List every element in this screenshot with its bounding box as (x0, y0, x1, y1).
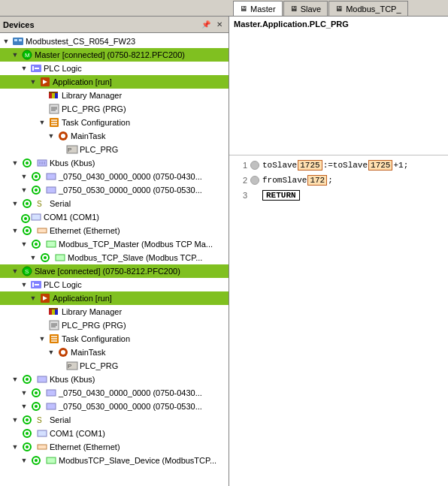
maintask-master[interactable]: ▼ MainTask (0, 129, 229, 143)
kbusitem1-m-toggle[interactable]: ▼ (20, 172, 29, 181)
eth-s-toggle[interactable]: ▼ (11, 442, 20, 451)
app-icon (39, 76, 51, 88)
eth-s-icon (21, 441, 33, 453)
maintask-slave[interactable]: ▼ MainTask (0, 346, 229, 359)
plcprg-m-spacer (38, 104, 47, 113)
maintask-s-toggle[interactable]: ▼ (47, 348, 56, 357)
close-icon[interactable]: ✕ (213, 19, 226, 31)
slave-node[interactable]: ▼ S Slave [connected] (0750-8212.PFC200) (0, 264, 229, 278)
plcprg-master[interactable]: PLC_PRG (PRG) (0, 102, 229, 116)
kbusitem1-s-label: _0750_0430_0000_0000 (0750-0430... (59, 388, 202, 397)
pin-icon[interactable]: 📌 (200, 19, 212, 31)
plclogic-master[interactable]: ▼ PLC Logic (0, 62, 229, 75)
serial-m-icon (21, 198, 33, 210)
modbus-sd-dev-icon (45, 454, 57, 466)
plclogic-s-toggle[interactable]: ▼ (20, 280, 29, 289)
libmgr-master[interactable]: Library Manager (0, 89, 229, 102)
plcprg-slave[interactable]: PLC_PRG (PRG) (0, 318, 229, 332)
taskcfg-master[interactable]: ▼ Task Configuration (0, 116, 229, 129)
tree-container[interactable]: ▼ Modbustest_CS_R054_FW23 ▼ M Master [co… (0, 33, 229, 486)
code-fromslave: fromSlave (262, 176, 307, 185)
kbusitem2-slave[interactable]: ▼ _0750_0530_0000_0000 (0750-0530... (0, 400, 229, 413)
kbusitem2-m-icon (30, 184, 42, 196)
slave-toggle[interactable]: ▼ (11, 267, 20, 276)
kbusitem1-m-icon (30, 171, 42, 183)
com1-m-icon (20, 213, 29, 222)
panel-header: Devices 📌 ✕ (0, 17, 229, 33)
svg-rect-1 (14, 39, 17, 41)
kbus-m-toggle[interactable]: ▼ (11, 158, 20, 168)
svg-rect-7 (35, 68, 39, 69)
plcprg2-slave[interactable]: P PLC_PRG (0, 359, 229, 373)
root-toggle[interactable]: ▼ (2, 37, 11, 46)
code-editor-bottom[interactable]: 1 toSlave1725:=toSlave1725+1; 2 fromSlav… (229, 155, 448, 486)
app-master[interactable]: ▼ Application [run] (0, 75, 229, 89)
modbus-m-toggle[interactable]: ▼ (20, 240, 29, 249)
plcprg2-master[interactable]: P PLC_PRG (0, 143, 229, 156)
libmgr-slave[interactable]: Library Manager (0, 305, 229, 318)
modbus-tcp-master[interactable]: ▼ Modbus_TCP_Master (Modbus TCP Ma... (0, 237, 229, 251)
prg2-icon: P (66, 143, 78, 155)
eth-m-label: Ethernet (Ethernet) (50, 226, 120, 235)
com1-slave[interactable]: COM1 (COM1) (0, 427, 229, 440)
line-num-3: 3 (232, 191, 247, 200)
master-node[interactable]: ▼ M Master [connected] (0750-8212.PFC200… (0, 48, 229, 62)
serial-slave[interactable]: ▼ S Serial (0, 413, 229, 427)
kbusitem2-master[interactable]: ▼ _0750_0530_0000_0000 (0750-0530... (0, 183, 229, 197)
modbus-tcp-slave-item[interactable]: ▼ Modbus_TCP_Slave (Modbus TCP... (0, 251, 229, 264)
eth-m-dev-icon (36, 225, 48, 237)
kbus-s-toggle[interactable]: ▼ (11, 375, 20, 384)
svg-point-23 (61, 134, 65, 138)
plcprg2-m-label: PLC_PRG (80, 145, 118, 154)
kbus-slave[interactable]: ▼ Kbus (Kbus) (0, 373, 229, 386)
serial-m-toggle[interactable]: ▼ (11, 199, 20, 208)
tree-root[interactable]: ▼ Modbustest_CS_R054_FW23 (0, 35, 229, 48)
svg-rect-57 (35, 284, 39, 285)
app-slave[interactable]: ▼ Application [run] (0, 291, 229, 305)
com1-master[interactable]: COM1 (COM1) (0, 210, 229, 224)
kbus-s-icon (21, 373, 33, 385)
kbus-master[interactable]: ▼ Kbus (Kbus) (0, 156, 229, 170)
kbusitem1-slave[interactable]: ▼ _0750_0430_0000_0000 (0750-0430... (0, 386, 229, 400)
taskcfg-slave[interactable]: ▼ Task Configuration (0, 332, 229, 346)
com1-m-dev-icon (30, 211, 42, 223)
eth-s-label: Ethernet (Ethernet) (50, 442, 120, 451)
plclogic-m-toggle[interactable]: ▼ (20, 64, 29, 73)
tab-slave[interactable]: 🖥 Slave (283, 1, 328, 16)
taskcfg-m-toggle[interactable]: ▼ (38, 118, 47, 127)
serial-master[interactable]: ▼ S Serial (0, 197, 229, 210)
kbusitem2-m-toggle[interactable]: ▼ (20, 186, 29, 195)
slave-label: Slave [connected] (0750-8212.PFC200) (35, 267, 180, 276)
svg-point-80 (35, 391, 38, 394)
line-num-1: 1 (232, 161, 247, 170)
app-m-toggle[interactable]: ▼ (29, 77, 38, 86)
kbusitem1-s-toggle[interactable]: ▼ (20, 388, 29, 397)
svg-point-36 (35, 189, 38, 192)
serial-m-label: Serial (50, 199, 71, 208)
kbusitem1-master[interactable]: ▼ _0750_0430_0000_0000 (0750-0430... (0, 170, 229, 183)
ethernet-slave[interactable]: ▼ Ethernet (Ethernet) (0, 440, 229, 454)
plclogic-slave[interactable]: ▼ PLC Logic (0, 278, 229, 291)
maintask-m-toggle[interactable]: ▼ (47, 131, 56, 140)
tab-modbus[interactable]: 🖥 Modbus_TCP_ (328, 1, 407, 16)
tab-master[interactable]: 🖥 Master (233, 1, 283, 16)
eth-m-toggle[interactable]: ▼ (11, 226, 20, 235)
kbusitem1-m-label: _0750_0430_0000_0000 (0750-0430... (59, 172, 202, 181)
modbus-sd-label: ModbusTCP_Slave_Device (ModbusTCP... (59, 456, 216, 465)
app-s-label: Application [run] (53, 294, 112, 303)
taskcfg-s-toggle[interactable]: ▼ (38, 334, 47, 343)
modbus-slave-toggle[interactable]: ▼ (29, 253, 38, 262)
serial-s-toggle[interactable]: ▼ (11, 415, 20, 424)
modbus-slave-device[interactable]: ▼ ModbusTCP_Slave_Device (ModbusTCP... (0, 454, 229, 467)
kbusitem2-s-toggle[interactable]: ▼ (20, 402, 29, 411)
code-line-2: 2 fromSlave172; (232, 174, 445, 187)
ethernet-master[interactable]: ▼ Ethernet (Ethernet) (0, 224, 229, 237)
svg-text:S: S (25, 268, 29, 275)
serial-s-dev-icon: S (36, 414, 48, 426)
modbus-sd-toggle[interactable]: ▼ (20, 456, 29, 465)
app-s-toggle[interactable]: ▼ (29, 294, 38, 303)
code-toslave1: toSlave (262, 161, 297, 170)
kbusitem2-m-label: _0750_0530_0000_0000 (0750-0530... (59, 186, 202, 195)
master-tab-icon: 🖥 (240, 5, 247, 13)
master-toggle[interactable]: ▼ (11, 50, 20, 59)
